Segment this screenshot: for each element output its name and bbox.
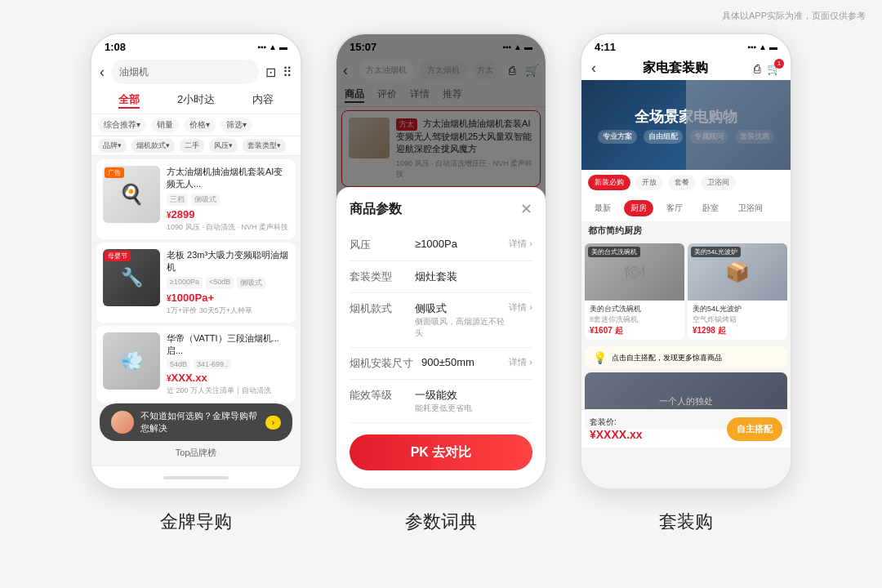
- tab-all[interactable]: 全部: [118, 92, 140, 109]
- tag-2c: 侧吸式: [237, 277, 265, 289]
- product-tags-1: 三档 侧吸式: [167, 194, 289, 206]
- wifi-icon3: ▲: [759, 42, 767, 51]
- param-detail-1[interactable]: 详情 ›: [509, 238, 532, 250]
- menu-icon[interactable]: ⠿: [283, 65, 292, 80]
- filter2-style[interactable]: 烟机款式▾: [131, 139, 175, 153]
- prod-info3-2: 美的54L光波炉 空气炸锅烤箱 ¥1298 起: [688, 301, 787, 340]
- param-value-5-main: 一级能效: [415, 389, 457, 401]
- product-tags-3: 54dB 341-699..: [167, 359, 289, 369]
- back-btn3[interactable]: ‹: [591, 60, 596, 77]
- param-value-2: 烟灶套装: [415, 270, 532, 284]
- prod-sub3-1: 8套迷你洗碗机: [590, 314, 679, 325]
- param-label-1: 风压: [350, 238, 407, 252]
- filter2-brand[interactable]: 品牌▾: [98, 139, 127, 153]
- param-row-5: 能效等级 一级能效 能耗更低更省电: [350, 380, 532, 423]
- phone2-label: 参数词典: [405, 510, 477, 534]
- self-match-btn[interactable]: 自主搭配: [727, 417, 782, 441]
- filter2-bundle[interactable]: 套装类型▾: [243, 139, 286, 153]
- param-label-4: 烟机安装尺寸: [350, 356, 413, 371]
- product-info-1: 方太油烟机抽油烟机套装AI变频无人... 三档 侧吸式 ¥2899 1090 风…: [167, 166, 289, 233]
- filter-recommend[interactable]: 综合推荐▾: [98, 118, 146, 132]
- product-price-2: ¥1000Pa+: [167, 292, 289, 304]
- signal-icon: ▪▪▪: [257, 42, 266, 51]
- preset-btn-open[interactable]: 开放: [635, 175, 663, 190]
- phone1-bottom-bar: [91, 466, 301, 488]
- product-meta-2: 1万+评价 30天5万+人种草: [167, 305, 289, 316]
- param-value-5-sub: 能耗更低更省电: [415, 403, 532, 414]
- param-detail-4[interactable]: 详情 ›: [509, 356, 532, 368]
- phone3-product-grid: 🍽 美的台式洗碗机 美的台式洗碗机 8套迷你洗碗机 ¥1607 起 📦: [581, 240, 791, 343]
- param-value-3: 侧吸式 侧面吸风，高烟源近不轻头: [415, 301, 509, 339]
- phone3-signal: ▪▪▪ ▲ ▬: [747, 42, 777, 51]
- search-bar[interactable]: 油烟机: [111, 60, 259, 84]
- param-value-1: ≥1000Pa: [415, 238, 509, 250]
- phone1-time: 1:08: [105, 41, 126, 53]
- product-card3-2[interactable]: 📦 美的54L光波炉 美的54L光波炉 空气炸锅烤箱 ¥1298 起: [688, 243, 787, 340]
- product-name-2: 老板 23m³大吸力变频聪明油烟机: [167, 249, 289, 274]
- prod-info3-1: 美的台式洗碗机 8套迷你洗碗机 ¥1607 起: [585, 301, 684, 340]
- cat-tab-kitchen[interactable]: 厨房: [624, 200, 653, 216]
- share-icon3[interactable]: ⎙: [754, 62, 760, 75]
- tab-content[interactable]: 内容: [252, 92, 274, 109]
- phone3-content: 都市简约厨房 🍽 美的台式洗碗机 美的台式洗碗机 8套迷你洗碗机 ¥1607 起: [581, 221, 791, 488]
- battery-icon3: ▬: [769, 42, 777, 51]
- filter-sales[interactable]: 销量: [151, 118, 179, 132]
- modal-header: 商品参数 ✕: [350, 200, 532, 218]
- param-detail-3[interactable]: 详情 ›: [509, 301, 532, 314]
- product-card-3[interactable]: 💨 华帝（VATTI）三段油烟机...启... 54dB 341-699.. ¥…: [96, 326, 296, 403]
- bundle-hint-bar[interactable]: 💡 点击自主搭配，发现更多惊喜商品: [585, 346, 787, 369]
- param-row-1: 风压 ≥1000Pa 详情 ›: [350, 229, 532, 261]
- bundle-price-label: 套装价:: [590, 416, 643, 428]
- filter-price[interactable]: 价格▾: [184, 118, 216, 132]
- preset-btn-bath[interactable]: 卫浴间: [701, 175, 736, 190]
- phone3: 4:11 ▪▪▪ ▲ ▬ ‹ 家电套装购 ⎙ 🛒 1: [580, 33, 792, 490]
- pk-compare-btn[interactable]: PK 去对比: [350, 434, 532, 470]
- product-name-1: 方太油烟机抽油烟机套装AI变频无人...: [167, 166, 289, 191]
- param-row-3: 烟机款式 侧吸式 侧面吸风，高烟源近不轻头 详情 ›: [350, 293, 532, 348]
- phone3-status-bar: 4:11 ▪▪▪ ▲ ▬: [581, 34, 791, 56]
- cat-tab-living[interactable]: 客厅: [660, 200, 689, 216]
- cat-tab-bedroom[interactable]: 卧室: [696, 200, 725, 216]
- cart-icon3[interactable]: 🛒 1: [767, 62, 781, 75]
- product-card-2[interactable]: 🔧 母婴节 老板 23m³大吸力变频聪明油烟机 ≥1000Pa <50dB 侧吸…: [96, 243, 296, 323]
- phone3-time: 4:11: [595, 41, 616, 53]
- filter-filter[interactable]: 筛选▾: [220, 118, 252, 132]
- phone1-status-bar: 1:08 ▪▪▪ ▲ ▬: [91, 34, 301, 56]
- product-info-2: 老板 23m³大吸力变频聪明油烟机 ≥1000Pa <50dB 侧吸式 ¥100…: [167, 249, 289, 316]
- phones-container: 1:08 ▪▪▪ ▲ ▬ ‹ 油烟机 ⊡ ⠿ 全部 2小时达 内: [0, 0, 882, 550]
- product-name-3: 华帝（VATTI）三段油烟机...启...: [167, 332, 289, 358]
- tag-3a: 54dB: [167, 359, 190, 369]
- prod-price3-2: ¥1298 起: [693, 325, 782, 336]
- phone2-wrapper: 15:07 ▪▪▪ ▲ ▬ ‹ 方太油烟机 方太烟机 方太 ⎙ 🛒: [335, 33, 547, 534]
- prod-tag3-1: 美的台式洗碗机: [588, 247, 640, 257]
- product-info-3: 华帝（VATTI）三段油烟机...启... 54dB 341-699.. ¥XX…: [167, 332, 289, 397]
- prod-name3-2: 美的54L光波炉: [693, 304, 782, 314]
- sub-tag-1: 专业方案: [598, 130, 637, 144]
- hero-banner: 全场景家电购物 专业方案 自由组配 专属顾问 套装优惠: [581, 80, 791, 170]
- phone1-filter-row2: 品牌▾ 烟机款式▾ 二手 风压▾ 套装类型▾: [91, 136, 301, 156]
- preset-btn-new[interactable]: 新装必购: [588, 175, 630, 190]
- home-indicator: [163, 476, 229, 479]
- prod-tag3-2: 美的54L光波炉: [691, 247, 741, 257]
- product-card3-1[interactable]: 🍽 美的台式洗碗机 美的台式洗碗机 8套迷你洗碗机 ¥1607 起: [585, 243, 684, 340]
- product-image-3: 💨: [103, 332, 160, 390]
- cat-tab-new[interactable]: 最新: [588, 200, 617, 216]
- product-card-1[interactable]: 🍳 广告 方太油烟机抽油烟机套装AI变频无人... 三档 侧吸式 ¥2899 1…: [96, 159, 296, 239]
- tag-2b: <50dB: [206, 277, 234, 289]
- phone3-wrapper: 4:11 ▪▪▪ ▲ ▬ ‹ 家电套装购 ⎙ 🛒 1: [580, 33, 792, 534]
- phone1-signal: ▪▪▪ ▲ ▬: [257, 42, 287, 51]
- cat-tab-bath[interactable]: 卫浴间: [732, 200, 769, 216]
- tab-2hour[interactable]: 2小时达: [177, 92, 215, 109]
- param-label-2: 套装类型: [350, 270, 407, 284]
- camera-icon[interactable]: ⊡: [265, 65, 276, 80]
- param-label-3: 烟机款式: [350, 301, 407, 316]
- guide-action-btn[interactable]: ›: [265, 416, 281, 430]
- back-button[interactable]: ‹: [100, 64, 105, 81]
- modal-close-btn[interactable]: ✕: [520, 200, 532, 218]
- preset-btn-bedroom[interactable]: 套餐: [668, 175, 696, 190]
- guide-bar[interactable]: 不知道如何选购？金牌导购帮您解决 ›: [100, 403, 292, 441]
- preset-buttons: 新装必购 开放 套餐 卫浴间: [581, 170, 791, 195]
- filter2-second[interactable]: 二手: [180, 139, 204, 153]
- search-input-value: 油烟机: [119, 65, 149, 79]
- filter2-wind[interactable]: 风压▾: [209, 139, 238, 153]
